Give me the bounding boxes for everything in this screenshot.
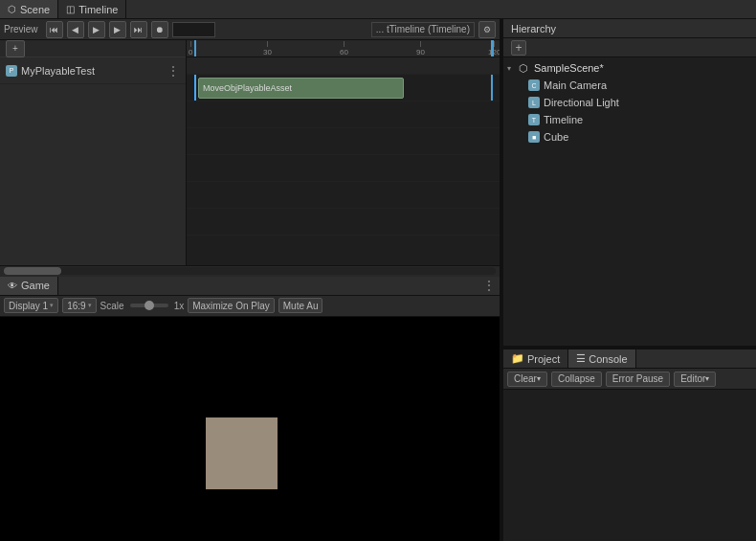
scrollbar-thumb[interactable] xyxy=(4,267,61,275)
hierarchy-item-cube[interactable]: ■ Cube xyxy=(503,128,756,146)
editor-dropdown-arrow: ▾ xyxy=(705,374,709,383)
scale-label: Scale xyxy=(100,301,124,311)
clip-block[interactable]: MoveObjPlayableAsset xyxy=(198,78,404,99)
maximize-button[interactable]: Maximize On Play xyxy=(188,298,275,313)
light-label: Directional Light xyxy=(544,97,619,108)
tab-scene[interactable]: ⬡ Scene xyxy=(0,0,58,18)
hierarchy-scene[interactable]: ▾ ⬡ SampleScene* xyxy=(503,59,756,77)
eye-icon: 👁 xyxy=(8,281,17,291)
prev-key-button[interactable]: ◀ xyxy=(67,21,84,38)
main-layout: Preview ⏮ ◀ ▶ ▶ ⏭ ⏺ 1.2 ... tTimeline (T… xyxy=(0,19,756,541)
step-fwd-button[interactable]: ⏭ xyxy=(130,21,147,38)
left-panel: Preview ⏮ ◀ ▶ ▶ ⏭ ⏺ 1.2 ... tTimeline (T… xyxy=(0,19,500,541)
scene-name: SampleScene* xyxy=(534,62,604,74)
aspect-dropdown-arrow: ▾ xyxy=(88,302,92,309)
scene-icon: ⬡ xyxy=(8,4,16,14)
game-controls: Display 1 ▾ 16:9 ▾ Scale 1x Maximize On … xyxy=(0,296,500,317)
display-dropdown-arrow: ▾ xyxy=(50,302,54,309)
display-dropdown[interactable]: Display 1 ▾ xyxy=(4,298,58,313)
folder-icon: 📁 xyxy=(511,352,524,365)
collapse-button[interactable]: Collapse xyxy=(551,372,602,387)
timeline-icon: ◫ xyxy=(66,4,75,14)
playhead-ruler xyxy=(194,40,196,56)
light-icon: L xyxy=(528,97,540,108)
hierarchy-add-button[interactable]: + xyxy=(511,40,526,56)
editor-label: Editor xyxy=(680,373,705,384)
play-button[interactable]: ▶ xyxy=(88,21,105,38)
preview-label: Preview xyxy=(4,24,38,34)
next-key-button[interactable]: ▶ xyxy=(109,21,126,38)
hierarchy-panel: Hierarchy + ▾ ⬡ SampleScene* xyxy=(503,19,756,347)
panel-tabs: 📁 Project ☰ Console xyxy=(503,349,756,369)
timeline-tracks: + P MyPlayableTest ⋮ 0 30 60 90 1 xyxy=(0,40,500,265)
scale-value: 1x xyxy=(174,301,185,311)
timeline-scrollbar[interactable] xyxy=(0,265,500,277)
game-viewport xyxy=(0,317,500,542)
track-menu-button[interactable]: ⋮ xyxy=(167,63,180,79)
playhead-track xyxy=(194,75,196,101)
right-panel: Hierarchy + ▾ ⬡ SampleScene* xyxy=(503,19,756,541)
project-tab-label: Project xyxy=(527,353,560,365)
scene-arrow: ▾ xyxy=(507,64,517,73)
console-tab-label: Console xyxy=(589,353,627,365)
end-marker-track xyxy=(491,75,493,101)
collapse-label: Collapse xyxy=(558,373,595,384)
tab-scene-label: Scene xyxy=(20,4,50,15)
tab-console[interactable]: ☰ Console xyxy=(568,349,635,368)
scrollbar-track xyxy=(4,267,496,275)
camera-label: Main Camera xyxy=(544,79,607,91)
scale-slider[interactable] xyxy=(130,304,168,307)
ruler: 0 30 60 90 120 xyxy=(187,40,500,57)
error-pause-label: Error Pause xyxy=(612,373,663,384)
console-panel: 📁 Project ☰ Console Clear ▾ Collapse xyxy=(503,349,756,541)
display-label: Display 1 xyxy=(9,301,48,311)
hierarchy-item-directional-light[interactable]: L Directional Light xyxy=(503,94,756,111)
console-content xyxy=(503,390,756,541)
top-tab-bar: ⬡ Scene ◫ Timeline xyxy=(0,0,756,19)
add-track-button[interactable]: + xyxy=(6,40,25,57)
add-icon: + xyxy=(12,43,18,54)
ruler-marker-90: 90 xyxy=(416,41,425,56)
step-back-button[interactable]: ⏮ xyxy=(46,21,63,38)
end-marker xyxy=(491,40,494,56)
timeline-content: 0 30 60 90 120 xyxy=(187,40,500,265)
mute-label: Mute Au xyxy=(283,301,319,311)
hierarchy-title: Hierarchy xyxy=(511,23,556,34)
timeline-name-label: ... tTimeline (Timeline) xyxy=(371,22,475,37)
track-label-row: P MyPlayableTest ⋮ xyxy=(0,57,186,84)
record-button[interactable]: ⏺ xyxy=(151,21,168,38)
hierarchy-item-main-camera[interactable]: C Main Camera xyxy=(503,77,756,94)
clip-label: MoveObjPlayableAsset xyxy=(203,83,292,93)
clear-button[interactable]: Clear ▾ xyxy=(507,372,547,387)
ruler-marker-30: 30 xyxy=(263,41,272,56)
game-tab-bar: 👁 Game ⋮ xyxy=(0,277,500,296)
scene-icon: ⬡ xyxy=(517,61,530,75)
game-menu-button[interactable]: ⋮ xyxy=(482,278,496,293)
tab-timeline[interactable]: ◫ Timeline xyxy=(58,0,126,18)
hierarchy-content: ▾ ⬡ SampleScene* C Main Camera xyxy=(503,57,756,346)
ruler-marker-0: 0 xyxy=(189,41,192,56)
mute-button[interactable]: Mute Au xyxy=(278,298,323,313)
timeline-h-icon: T xyxy=(528,114,540,125)
time-input[interactable]: 1.2 xyxy=(172,22,215,37)
tab-project[interactable]: 📁 Project xyxy=(503,349,568,368)
editor-dropdown[interactable]: Editor ▾ xyxy=(674,372,716,387)
hierarchy-toolbar: + xyxy=(503,38,756,57)
tab-game[interactable]: 👁 Game xyxy=(0,277,58,295)
track-labels-panel: + P MyPlayableTest ⋮ xyxy=(0,40,187,265)
timeline-h-label: Timeline xyxy=(544,114,583,125)
aspect-dropdown[interactable]: 16:9 ▾ xyxy=(62,298,96,313)
scale-slider-thumb xyxy=(145,301,154,310)
cube-icon: ■ xyxy=(528,131,540,143)
console-toolbar: Clear ▾ Collapse Error Pause Editor ▾ xyxy=(503,369,756,390)
timeline-settings-button[interactable]: ⚙ xyxy=(478,21,496,38)
hierarchy-item-timeline[interactable]: T Timeline xyxy=(503,111,756,128)
track-content-row: MoveObjPlayableAsset xyxy=(187,75,500,101)
game-cube xyxy=(206,417,278,489)
cube-label: Cube xyxy=(544,131,568,143)
timeline-toolbar: Preview ⏮ ◀ ▶ ▶ ⏭ ⏺ 1.2 ... tTimeline (T… xyxy=(0,19,500,40)
game-tab-label: Game xyxy=(21,280,50,291)
tab-timeline-label: Timeline xyxy=(78,4,118,15)
error-pause-button[interactable]: Error Pause xyxy=(606,372,670,387)
track-icon: P xyxy=(6,65,17,77)
